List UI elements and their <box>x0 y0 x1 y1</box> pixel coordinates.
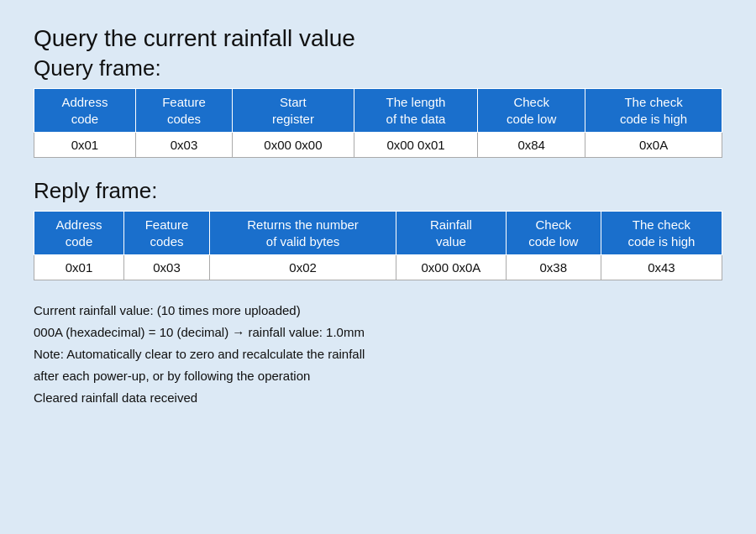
reply-header-check-low: Checkcode low <box>506 212 601 255</box>
query-header-address: Addresscode <box>34 89 136 133</box>
query-header-length: The lengthof the data <box>354 89 477 133</box>
query-header-check-high: The checkcode is high <box>585 89 722 133</box>
reply-row-1: 0x01 0x03 0x02 0x00 0x0A 0x38 0x43 <box>34 255 722 280</box>
reply-header-rainfall: Rainfallvalue <box>396 212 507 255</box>
reply-header-feature: Featurecodes <box>123 212 209 255</box>
note-line5: Cleared rainfall data received <box>34 388 722 408</box>
reply-row1-check-high: 0x43 <box>601 255 722 280</box>
query-table: Addresscode Featurecodes Startregister T… <box>34 88 722 158</box>
reply-row1-rainfall: 0x00 0x0A <box>396 255 507 280</box>
query-row1-check-low: 0x84 <box>478 133 585 158</box>
reply-row1-check-low: 0x38 <box>506 255 601 280</box>
query-row1-address: 0x01 <box>34 133 136 158</box>
query-header-start: Startregister <box>233 89 354 133</box>
note-line1: Current rainfall value: (10 times more u… <box>34 301 722 321</box>
query-header-check-low: Checkcode low <box>478 89 585 133</box>
reply-row1-address: 0x01 <box>34 255 124 280</box>
query-section-title: Query frame: <box>34 55 722 81</box>
query-row-1: 0x01 0x03 0x00 0x00 0x00 0x01 0x84 0x0A <box>34 133 722 158</box>
note-line4: after each power-up, or by following the… <box>34 366 722 386</box>
reply-section-title: Reply frame: <box>34 178 722 204</box>
query-row1-start: 0x00 0x00 <box>233 133 354 158</box>
reply-header-address: Addresscode <box>34 212 124 255</box>
query-section: Query frame: Addresscode Featurecodes St… <box>34 55 722 158</box>
query-header-feature: Featurecodes <box>135 89 232 133</box>
note-line3: Note: Automatically clear to zero and re… <box>34 344 722 364</box>
query-row1-feature: 0x03 <box>135 133 232 158</box>
query-row1-length: 0x00 0x01 <box>354 133 477 158</box>
query-row1-check-high: 0x0A <box>585 133 722 158</box>
reply-header-check-high: The checkcode is high <box>601 212 722 255</box>
reply-header-returns: Returns the numberof valid bytes <box>210 212 396 255</box>
page-title: Query the current rainfall value <box>34 25 722 52</box>
reply-section: Reply frame: Addresscode Featurecodes Re… <box>34 178 722 280</box>
reply-row1-feature: 0x03 <box>123 255 209 280</box>
reply-row1-returns: 0x02 <box>210 255 396 280</box>
reply-table: Addresscode Featurecodes Returns the num… <box>34 211 722 280</box>
note-line2: 000A (hexadecimal) = 10 (decimal) → rain… <box>34 322 722 343</box>
notes-section: Current rainfall value: (10 times more u… <box>34 301 722 408</box>
